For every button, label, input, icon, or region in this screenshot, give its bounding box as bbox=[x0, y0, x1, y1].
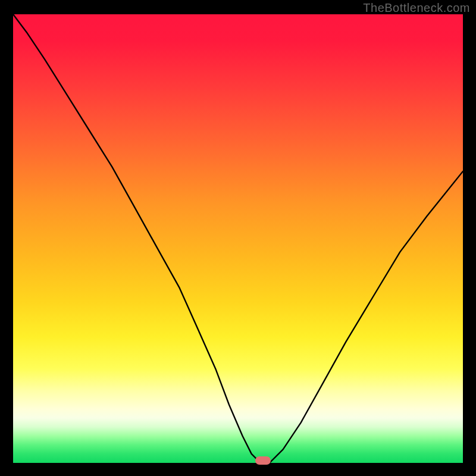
watermark-text: TheBottleneck.com bbox=[363, 1, 470, 15]
bottleneck-curve bbox=[13, 14, 463, 463]
chart-stage: TheBottleneck.com bbox=[0, 0, 476, 476]
optimum-marker bbox=[255, 456, 271, 465]
curve-path bbox=[13, 14, 463, 463]
plot-area bbox=[13, 14, 463, 463]
